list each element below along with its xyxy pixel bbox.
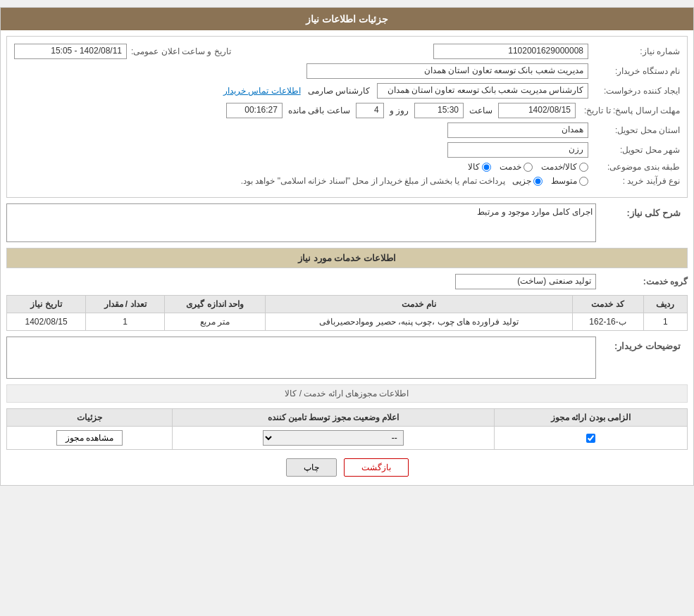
lic-status-select[interactable]: -- [263,430,404,446]
deadline-row: مهلت ارسال پاسخ: تا تاریخ: 1402/08/15 سا… [14,103,680,118]
purchase-type-radio-group: متوسط جزیی [512,176,588,186]
need-number-label: شماره نیاز: [588,46,680,56]
province-value: همدان [447,122,588,138]
col-header-code: کد خدمت [572,296,643,313]
deadline-remaining: 00:16:27 [226,103,283,118]
lic-col-status: اعلام وضعیت مجوز توسط تامین کننده [172,409,494,427]
city-label: شهر محل تحویل: [588,145,680,155]
service-group-value: تولید صنعتی (ساخت) [455,274,596,289]
back-button[interactable]: بازگشت [344,458,409,477]
service-group-row: گروه خدمت: تولید صنعتی (ساخت) [6,274,688,289]
print-button[interactable]: چاپ [286,458,337,477]
licenses-table: الزامی بودن ارائه مجوز اعلام وضعیت مجوز … [6,408,688,450]
purchase-type-label: نوع فرآیند خرید : [588,176,680,186]
service-group-label: گروه خدمت: [596,277,688,287]
purchase-type-option-1: جزیی [512,176,543,186]
category-label: طبقه بندی موضوعی: [588,162,680,172]
lic-cell-details: مشاهده مجوز [7,427,173,450]
deadline-remaining-label: ساعت باقی مانده [285,106,353,115]
cell-date: 1402/08/15 [7,313,86,331]
lic-cell-required [495,427,688,450]
category-row: طبقه بندی موضوعی: کالا/خدمت خدمت کالا [14,162,680,172]
cell-qty: 1 [86,313,165,331]
category-radio-kala[interactable] [482,163,491,172]
creator-row: ایجاد کننده درخواست: کارشناس مدیریت شعب … [14,83,680,99]
buyer-desc-textarea[interactable] [6,337,596,379]
col-header-name: نام خدمت [266,296,572,313]
table-row: 1 ب-16-162 تولید فراورده های چوب ،چوب پن… [7,313,688,331]
creator-value: کارشناس مدیریت شعب بانک توسعه تعاون استا… [377,83,588,99]
date-label: تاریخ و ساعت اعلان عمومی: [127,46,231,56]
view-license-button[interactable]: مشاهده مجوز [56,430,123,446]
cell-unit: متر مربع [165,313,266,331]
col-header-date: تاریخ نیاز [7,296,86,313]
licenses-table-section: الزامی بودن ارائه مجوز اعلام وضعیت مجوز … [6,408,688,450]
page-title: جزئیات اطلاعات نیاز [1,8,693,30]
cell-index: 1 [643,313,688,331]
category-option-2: خدمت [500,162,533,172]
lic-required-checkbox[interactable] [586,434,595,443]
deadline-label: مهلت ارسال پاسخ: تا تاریخ: [578,106,680,115]
services-table-section: ردیف کد خدمت نام خدمت واحد اندازه گیری ت… [6,295,688,331]
general-desc-value: اجرای کامل موارد موجود و مرتبط [6,203,596,242]
deadline-days: 4 [356,103,384,118]
contact-link[interactable]: اطلاعات تماس خریدار [223,86,301,96]
category-radio-group: کالا/خدمت خدمت کالا [468,162,588,172]
buyer-org-row: نام دستگاه خریدار: مدیریت شعب بانک توسعه… [14,63,680,79]
general-desc-label: شرح کلی نیاز: [596,203,688,222]
deadline-days-label: روز و [387,106,411,115]
purchase-type-note: پرداخت تمام یا بخشی از مبلغ خریدار از مح… [241,176,512,186]
license-row: -- مشاهده مجوز [7,427,688,450]
general-desc-row: شرح کلی نیاز: اجرای کامل موارد موجود و م… [6,203,688,242]
purchase-type-row: نوع فرآیند خرید : متوسط جزیی پرداخت تمام… [14,176,680,186]
purchase-type-option-2: متوسط [551,176,588,186]
lic-col-details: جزئیات [7,409,173,427]
category-option-3: کالا/خدمت [541,162,588,172]
creator-prefix: کارشناس صارمی [301,86,377,96]
cell-name: تولید فراورده های چوب ،چوب پنبه، حصیر وم… [266,313,572,331]
buyer-desc-row: توضیحات خریدار: [6,337,688,379]
province-label: استان محل تحویل: [588,125,680,135]
category-radio-kala-khedmat[interactable] [579,163,588,172]
services-section-title: اطلاعات خدمات مورد نیاز [6,248,688,268]
creator-label: ایجاد کننده درخواست: [588,86,680,96]
col-header-qty: تعداد / مقدار [86,296,165,313]
need-number-value: 1102001629000008 [433,44,588,59]
category-option-1: کالا [468,162,491,172]
city-value: رزن [447,142,588,158]
province-row: استان محل تحویل: همدان [14,122,680,138]
buyer-org-value: مدیریت شعب بانک توسعه تعاون استان همدان [306,63,588,79]
purchase-type-radio-medium[interactable] [579,177,588,186]
buyer-org-label: نام دستگاه خریدار: [588,66,680,76]
category-radio-khedmat[interactable] [523,163,533,172]
services-table: ردیف کد خدمت نام خدمت واحد اندازه گیری ت… [6,295,688,331]
buyer-desc-label: توضیحات خریدار: [596,337,688,356]
deadline-time: 15:30 [414,103,464,118]
lic-col-required: الزامی بودن ارائه مجوز [495,409,688,427]
main-info-section: شماره نیاز: 1102001629000008 تاریخ و ساع… [6,36,688,198]
col-header-index: ردیف [643,296,688,313]
need-number-row: شماره نیاز: 1102001629000008 تاریخ و ساع… [14,44,680,59]
deadline-time-label: ساعت [466,106,495,115]
lic-cell-status: -- [172,427,494,450]
licenses-section-title: اطلاعات مجوزهای ارائه خدمت / کالا [6,384,688,403]
city-row: شهر محل تحویل: رزن [14,142,680,158]
deadline-date: 1402/08/15 [498,103,576,118]
buttons-row: بازگشت چاپ [1,458,693,477]
purchase-type-radio-small[interactable] [533,177,543,186]
col-header-unit: واحد اندازه گیری [165,296,266,313]
date-value: 1402/08/11 - 15:05 [14,44,127,59]
page-wrapper: جزئیات اطلاعات نیاز شماره نیاز: 11020016… [0,7,694,486]
cell-code: ب-16-162 [572,313,643,331]
